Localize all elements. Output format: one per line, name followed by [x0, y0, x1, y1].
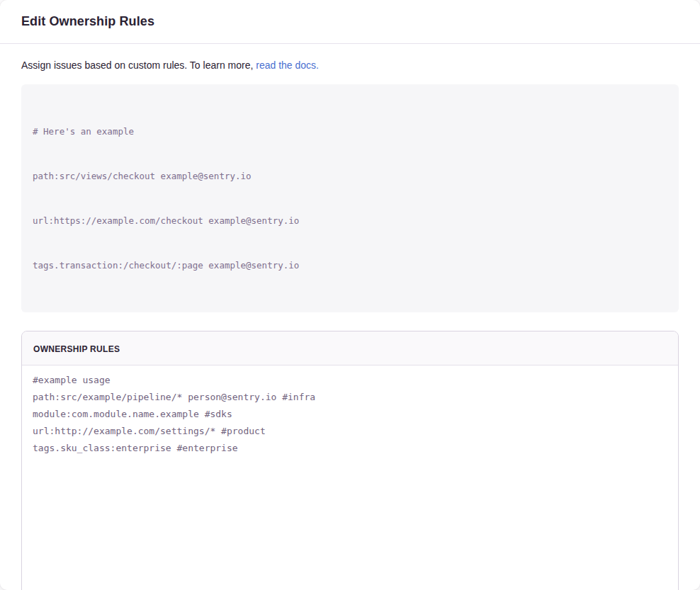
- description-text: Assign issues based on custom rules. To …: [21, 59, 679, 72]
- example-code-line: # Here's an example: [33, 124, 667, 139]
- modal-title: Edit Ownership Rules: [21, 14, 154, 29]
- example-code-line: tags.transaction:/checkout/:page example…: [33, 258, 667, 273]
- ownership-rules-panel-header: OWNERSHIP RULES: [22, 331, 678, 365]
- description-before-link: Assign issues based on custom rules. To …: [21, 59, 256, 71]
- edit-ownership-rules-modal: Edit Ownership Rules Assign issues based…: [0, 0, 700, 590]
- ownership-rules-panel: OWNERSHIP RULES #example usage path:src/…: [21, 331, 679, 590]
- ownership-rules-textarea[interactable]: #example usage path:src/example/pipeline…: [22, 365, 678, 590]
- example-code-line: url:https://example.com/checkout example…: [33, 213, 667, 228]
- description-after-link: .: [316, 59, 319, 71]
- modal-body: Assign issues based on custom rules. To …: [0, 44, 700, 590]
- read-the-docs-link[interactable]: read the docs: [256, 59, 316, 71]
- example-code-block: # Here's an example path:src/views/check…: [21, 84, 679, 312]
- panel-header-label: OWNERSHIP RULES: [33, 344, 120, 354]
- modal-header: Edit Ownership Rules: [0, 0, 700, 44]
- example-code-line: path:src/views/checkout example@sentry.i…: [33, 169, 667, 183]
